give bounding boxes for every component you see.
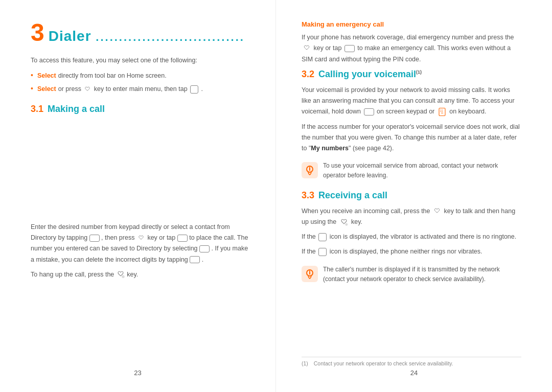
svg-point-0 bbox=[122, 275, 125, 279]
right-page: Making an emergency call If your phone h… bbox=[276, 0, 552, 392]
vibrate-text: If the icon is displayed, the vibrator i… bbox=[302, 232, 521, 242]
tip-text-1: To use your voicemail service from abroa… bbox=[323, 161, 521, 180]
my-numbers-link: My numbers bbox=[311, 145, 349, 152]
chapter-header: 3 Dialer ...............................… bbox=[31, 20, 250, 45]
section-32-header: 3.2 Calling your voicemail(1) bbox=[302, 69, 521, 80]
page-spread: 3 Dialer ...............................… bbox=[0, 0, 552, 392]
section-33-header: 3.3 Receiving a call bbox=[302, 190, 521, 201]
section-31-title: Making a call bbox=[48, 104, 105, 114]
bullet-select-2: • Select or press key to enter main menu… bbox=[31, 83, 250, 94]
silent-text: If the icon is displayed, the phone neit… bbox=[302, 246, 521, 257]
voicemail-text-2: If the access number for your operator's… bbox=[302, 122, 521, 154]
cloud-key-icon bbox=[84, 86, 91, 93]
body-paragraph-1: Enter the desired number from keypad dir… bbox=[31, 222, 250, 265]
chapter-number: 3 bbox=[31, 20, 44, 45]
body-paragraph-2: To hang up the call, press the key. bbox=[31, 269, 250, 280]
bullet-text-1: directly from tool bar on Home screen. bbox=[58, 71, 167, 81]
footnote-number: (1) bbox=[302, 360, 308, 366]
tip-text-2: The caller's number is displayed if it i… bbox=[323, 265, 521, 284]
bullet-dot-2: • bbox=[31, 83, 33, 94]
bullet-dot-1: • bbox=[31, 70, 33, 81]
call-key-inline bbox=[137, 235, 145, 241]
receive-heart-icon bbox=[433, 208, 441, 215]
emergency-heart-icon bbox=[303, 45, 311, 52]
svg-rect-6 bbox=[441, 112, 443, 113]
tip-box-2: The caller's number is displayed if it i… bbox=[302, 265, 521, 284]
select-label-2: Select bbox=[37, 84, 56, 94]
emergency-header: Making an emergency call bbox=[302, 20, 521, 28]
hangup-heart-icon-right bbox=[339, 219, 349, 226]
svg-rect-5 bbox=[442, 111, 443, 112]
section-32-number: 3.2 bbox=[302, 69, 314, 80]
left-page: 3 Dialer ...............................… bbox=[0, 0, 276, 392]
image-placeholder bbox=[31, 120, 250, 222]
section-31-header: 3.1 Making a call bbox=[31, 104, 250, 114]
phone-keyboard-icon bbox=[438, 107, 447, 117]
tip-icon-2 bbox=[302, 266, 318, 282]
section-32-title: Calling your voicemail(1) bbox=[318, 69, 422, 80]
bullet-text-2: or press key to enter main menu, then ta… bbox=[58, 84, 203, 94]
svg-point-15 bbox=[309, 270, 310, 271]
page-number-left: 23 bbox=[134, 369, 141, 377]
tip-box-1: To use your voicemail service from abroa… bbox=[302, 161, 521, 180]
emergency-text: If your phone has network coverage, dial… bbox=[302, 32, 521, 65]
bullet-select-1: • Select directly from tool bar on Home … bbox=[31, 70, 250, 81]
voicemail-text-1: Your voicemail is provided by your netwo… bbox=[302, 85, 521, 118]
svg-rect-3 bbox=[442, 109, 443, 110]
chapter-title: Dialer ................................ bbox=[49, 28, 245, 44]
svg-rect-4 bbox=[440, 111, 441, 112]
hangup-key-icon bbox=[116, 271, 125, 278]
chapter-dots: ................................ bbox=[96, 31, 245, 43]
page-number-right: 24 bbox=[410, 369, 418, 377]
receive-text: When you receive an incoming call, press… bbox=[302, 206, 521, 228]
tip-icon-1 bbox=[302, 162, 318, 178]
section-33-number: 3.3 bbox=[302, 190, 314, 201]
footnote-text: Contact your network operator to check s… bbox=[314, 360, 453, 366]
footnote: (1) Contact your network operator to che… bbox=[302, 357, 521, 366]
intro-text: To access this feature, you may select o… bbox=[31, 55, 250, 65]
section-33-title: Receiving a call bbox=[318, 190, 387, 201]
svg-rect-2 bbox=[440, 109, 441, 110]
section-31-number: 3.1 bbox=[31, 104, 43, 114]
svg-point-10 bbox=[309, 167, 310, 168]
svg-point-11 bbox=[345, 223, 348, 225]
select-label-1: Select bbox=[37, 71, 56, 81]
